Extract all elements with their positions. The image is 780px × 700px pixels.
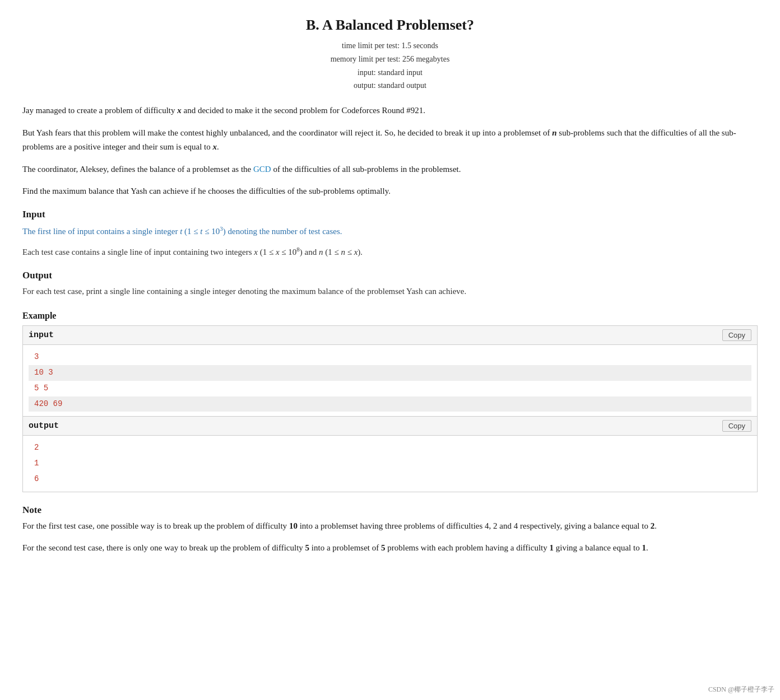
note-title: Note — [22, 505, 758, 516]
output-example-body: 2 1 6 — [23, 436, 757, 491]
output-line-row-3: 6 — [29, 472, 751, 487]
intro-para-2: But Yash fears that this problem will ma… — [22, 126, 758, 155]
input-label: input — [29, 330, 54, 340]
input-line-row-2: 10 3 — [29, 365, 751, 381]
input-table: 3 10 3 5 5 420 69 — [29, 349, 751, 412]
note-para-1: For the first test case, one possible wa… — [22, 519, 758, 534]
output-example-header: output Copy — [23, 417, 757, 436]
input-line-row-3: 5 5 — [29, 381, 751, 396]
table-row: 2 — [29, 440, 751, 456]
page-title: B. A Balanced Problemset? — [22, 17, 758, 34]
table-row: 10 3 — [29, 365, 751, 381]
input-line-row-4: 420 69 — [29, 396, 751, 412]
meta-info: time limit per test: 1.5 seconds memory … — [22, 39, 758, 92]
table-row: 1 — [29, 456, 751, 472]
input-line-row-1: 3 — [29, 349, 751, 365]
input-copy-button[interactable]: Copy — [722, 329, 751, 341]
input-line-1: The first line of input contains a singl… — [22, 223, 758, 239]
output-label: output — [29, 421, 59, 431]
output-example-block: output Copy 2 1 6 — [22, 417, 758, 492]
note-section: Note For the first test case, one possib… — [22, 505, 758, 556]
output-line-row-1: 2 — [29, 440, 751, 456]
input-section-title: Input — [22, 209, 758, 220]
input-example-body: 3 10 3 5 5 420 69 — [23, 345, 757, 416]
memory-limit: memory limit per test: 256 megabytes — [22, 53, 758, 66]
table-row: 6 — [29, 472, 751, 487]
table-row: 5 5 — [29, 381, 751, 396]
input-line-2: Each test case contains a single line of… — [22, 244, 758, 260]
output-section-title: Output — [22, 270, 758, 281]
table-row: 420 69 — [29, 396, 751, 412]
intro-para-1: Jay managed to create a problem of diffi… — [22, 104, 758, 118]
table-row: 3 — [29, 349, 751, 365]
input-example-block: input Copy 3 10 3 5 5 420 69 — [22, 325, 758, 417]
output-text: For each test case, print a single line … — [22, 284, 758, 299]
input-example-header: input Copy — [23, 326, 757, 345]
gcd-link[interactable]: GCD — [253, 165, 271, 174]
output-line-row-2: 1 — [29, 456, 751, 472]
time-limit: time limit per test: 1.5 seconds — [22, 39, 758, 53]
note-para-2: For the second test case, there is only … — [22, 541, 758, 556]
output-copy-button[interactable]: Copy — [722, 420, 751, 432]
output-type: output: standard output — [22, 79, 758, 92]
example-title: Example — [22, 311, 758, 321]
input-type: input: standard input — [22, 66, 758, 80]
intro-para-3: The coordinator, Aleksey, defines the ba… — [22, 162, 758, 177]
output-table: 2 1 6 — [29, 440, 751, 487]
intro-para-4: Find the maximum balance that Yash can a… — [22, 184, 758, 199]
